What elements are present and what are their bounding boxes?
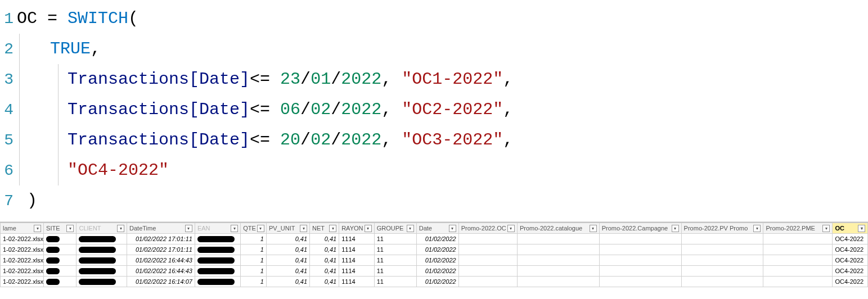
column-header[interactable]: EAN▾ [195,223,240,234]
cell[interactable] [681,255,763,266]
cell[interactable] [458,277,517,287]
cell[interactable]: 0,41 [266,266,309,277]
cell[interactable]: 11 [374,234,416,244]
filter-dropdown-icon[interactable]: ▾ [300,225,307,232]
cell[interactable] [195,234,240,244]
filter-dropdown-icon[interactable]: ▾ [34,225,41,232]
column-header[interactable]: Promo-2022.PME▾ [763,223,833,234]
filter-dropdown-icon[interactable]: ▾ [449,225,456,232]
cell[interactable] [681,244,763,255]
filter-dropdown-icon[interactable]: ▾ [66,225,74,232]
cell[interactable]: 1114 [339,277,375,287]
cell[interactable]: 1-02-2022.xlsx [1,244,44,255]
cell[interactable] [458,255,517,266]
cell[interactable] [77,277,127,287]
cell[interactable] [517,234,599,244]
cell[interactable]: 01/02/2022 [416,234,458,244]
cell[interactable]: 0,41 [266,234,309,244]
cell[interactable]: 11 [374,266,416,277]
filter-dropdown-icon[interactable]: ▾ [231,225,238,232]
cell[interactable] [599,255,681,266]
cell[interactable]: 1 [241,244,267,255]
cell[interactable]: 0,41 [266,244,309,255]
cell[interactable] [44,255,77,266]
cell[interactable]: 1-02-2022.xlsx [1,255,44,266]
filter-dropdown-icon[interactable]: ▾ [753,225,761,232]
cell[interactable] [458,244,517,255]
column-header[interactable]: GROUPE▾ [374,223,416,234]
cell[interactable]: OC4-2022 [833,266,868,277]
cell[interactable]: 1114 [339,255,375,266]
cell[interactable]: 01/02/2022 [416,244,458,255]
column-header[interactable]: Promo-2022.OC▾ [458,223,517,234]
filter-dropdown-icon[interactable]: ▾ [507,225,515,232]
cell[interactable]: 1 [241,266,267,277]
filter-dropdown-icon[interactable]: ▾ [117,225,124,232]
filter-dropdown-icon[interactable]: ▾ [407,225,414,232]
cell[interactable]: 0,41 [310,277,339,287]
cell[interactable] [681,234,763,244]
column-header[interactable]: QTE▾ [241,223,267,234]
table-row[interactable]: 1-02-2022.xlsx01/02/2022 17:01:1110,410,… [1,234,868,244]
cell[interactable]: OC4-2022 [833,244,868,255]
cell[interactable] [458,234,517,244]
column-header[interactable]: DateTime▾ [127,223,195,234]
filter-dropdown-icon[interactable]: ▾ [822,225,830,232]
column-header[interactable]: SITE▾ [44,223,77,234]
cell[interactable] [517,277,599,287]
cell[interactable]: 11 [374,277,416,287]
cell[interactable] [77,244,127,255]
cell[interactable]: 0,41 [310,266,339,277]
cell[interactable]: 1 [241,277,267,287]
column-header[interactable]: CLIENT▾ [77,223,127,234]
filter-dropdown-icon[interactable]: ▾ [365,225,372,232]
column-header[interactable]: PV_UNIT▾ [266,223,309,234]
table-row[interactable]: 1-02-2022.xlsx01/02/2022 17:01:1110,410,… [1,244,868,255]
formula-editor[interactable]: 1 OC = SWITCH( 2 TRUE, 3 Transactions[Da… [0,0,868,222]
filter-dropdown-icon[interactable]: ▾ [672,225,679,232]
cell[interactable]: 0,41 [310,255,339,266]
cell[interactable]: 1-02-2022.xlsx [1,234,44,244]
cell[interactable] [763,266,833,277]
cell[interactable] [599,277,681,287]
cell[interactable]: 1 [241,255,267,266]
cell[interactable]: 1-02-2022.xlsx [1,277,44,287]
cell[interactable] [763,277,833,287]
cell[interactable] [599,244,681,255]
filter-dropdown-icon[interactable]: ▾ [185,225,192,232]
cell[interactable]: 11 [374,255,416,266]
cell[interactable]: 0,41 [266,277,309,287]
cell[interactable]: 0,41 [310,234,339,244]
cell[interactable] [681,277,763,287]
cell[interactable] [44,266,77,277]
cell[interactable]: 01/02/2022 16:44:43 [127,266,195,277]
cell[interactable] [195,277,240,287]
filter-dropdown-icon[interactable]: ▾ [590,225,597,232]
cell[interactable]: 0,41 [310,244,339,255]
column-header[interactable]: NET▾ [310,223,339,234]
cell[interactable]: 01/02/2022 [416,266,458,277]
column-header[interactable]: Promo-2022.catalogue▾ [517,223,599,234]
cell[interactable] [77,255,127,266]
table-row[interactable]: 1-02-2022.xlsx01/02/2022 16:44:4310,410,… [1,255,868,266]
cell[interactable] [763,255,833,266]
cell[interactable] [195,244,240,255]
cell[interactable]: 01/02/2022 17:01:11 [127,244,195,255]
cell[interactable]: 1114 [339,266,375,277]
filter-dropdown-icon[interactable]: ▾ [329,225,336,232]
cell[interactable] [195,266,240,277]
cell[interactable]: 01/02/2022 [416,255,458,266]
cell[interactable] [195,255,240,266]
cell[interactable] [44,234,77,244]
table-row[interactable]: 1-02-2022.xlsx01/02/2022 16:44:4310,410,… [1,266,868,277]
data-grid[interactable]: lame▾SITE▾CLIENT▾DateTime▾EAN▾QTE▾PV_UNI… [0,222,868,287]
cell[interactable] [599,266,681,277]
column-header[interactable]: Promo-2022.Campagne▾ [599,223,681,234]
filter-dropdown-icon[interactable]: ▾ [858,225,865,232]
cell[interactable]: 01/02/2022 17:01:11 [127,234,195,244]
cell[interactable]: OC4-2022 [833,234,868,244]
cell[interactable]: OC4-2022 [833,277,868,287]
cell[interactable]: 0,41 [266,255,309,266]
cell[interactable] [763,244,833,255]
cell[interactable] [77,234,127,244]
